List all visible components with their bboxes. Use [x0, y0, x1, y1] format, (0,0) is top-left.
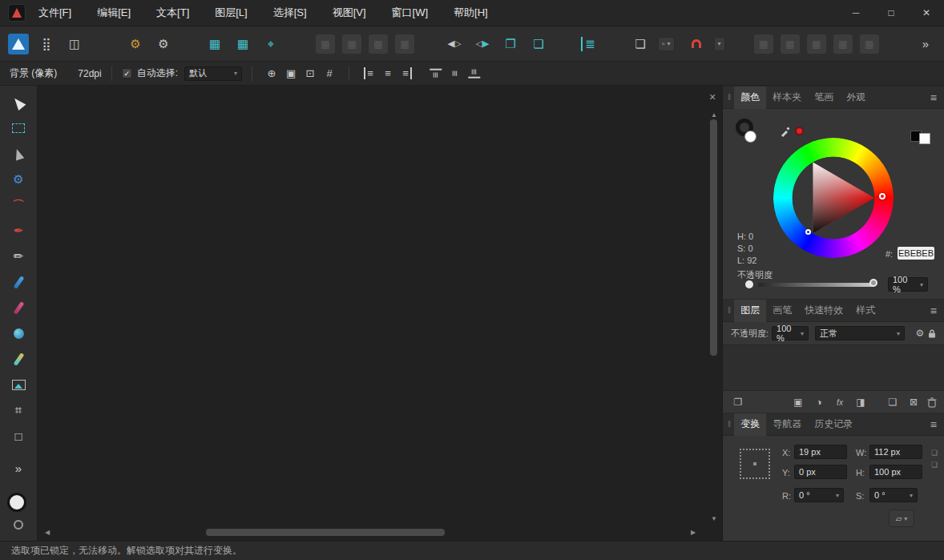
layer-effects-icon[interactable]: fx — [833, 395, 847, 409]
align-top-icon[interactable]: ≡ — [426, 64, 446, 83]
tab-color[interactable]: 颜色 — [734, 87, 766, 109]
more-tools-button[interactable]: » — [8, 457, 29, 478]
snapping-dropdown[interactable]: ▾ — [714, 37, 725, 51]
fill-color-swatch[interactable] — [7, 493, 26, 512]
flip-vertical-icon[interactable]: ◁▶ — [472, 34, 493, 54]
menu-window[interactable]: 窗口[W] — [390, 1, 430, 25]
rasterize-icon[interactable]: ⊠ — [906, 395, 921, 409]
fill-stroke-selector[interactable] — [736, 119, 766, 147]
pixel-grid-icon[interactable]: # — [320, 64, 339, 83]
toolbar-overflow-button[interactable]: » — [915, 34, 936, 54]
tab-appearance[interactable]: 外观 — [840, 87, 872, 109]
h-input[interactable]: 100 px — [869, 465, 922, 479]
mask-layer-icon[interactable]: ◨ — [853, 395, 868, 409]
picked-color-dot[interactable] — [795, 127, 804, 135]
snapping-magnet-icon[interactable] — [686, 34, 707, 54]
x-input[interactable]: 19 px — [794, 445, 847, 459]
tab-swatches[interactable]: 样本夹 — [766, 87, 808, 109]
scroll-left-button[interactable]: ◀ — [42, 527, 52, 537]
duplicate-layer-icon[interactable]: ❐ — [731, 395, 745, 409]
grid-toggle-icon[interactable]: ▦ — [204, 34, 225, 54]
adjustment-icon[interactable]: ◑ — [812, 395, 826, 409]
rotate-ccw-icon[interactable]: ❐ — [500, 34, 521, 54]
panel-menu-icon[interactable]: ≡ — [926, 418, 942, 431]
color-well[interactable] — [6, 493, 33, 530]
tab-stroke[interactable]: 笔画 — [808, 87, 840, 109]
order-icon[interactable]: ❏ — [630, 34, 651, 54]
hex-input[interactable]: EBEBEB — [898, 247, 934, 260]
transform-mode-dropdown[interactable]: ▱▾ — [889, 510, 914, 527]
white-swatch[interactable] — [919, 133, 930, 144]
snap-target-icon[interactable]: ⌖ — [260, 34, 281, 54]
new-layer-icon[interactable]: ❏ — [886, 395, 900, 409]
align-left-icon[interactable]: ≡ — [359, 64, 378, 83]
gear-icon[interactable]: ⚙ — [125, 34, 146, 54]
rotate-cw-icon[interactable]: ❏ — [528, 34, 549, 54]
designer-persona-button[interactable] — [8, 34, 29, 54]
collapsed-panel-strip[interactable]: ❏❏ — [928, 449, 941, 469]
menu-view[interactable]: 视图[V] — [331, 1, 368, 25]
move-tool[interactable] — [8, 92, 29, 113]
tab-quick-fx[interactable]: 快速特效 — [798, 300, 849, 322]
tab-navigator[interactable]: 导航器 — [766, 413, 808, 436]
menu-layer[interactable]: 图层[L] — [213, 1, 248, 25]
transform-origin-icon[interactable]: ⊕ — [262, 64, 281, 83]
alignment-icon[interactable]: ≣ — [578, 34, 599, 54]
blend-mode-dropdown[interactable]: 正常▾ — [815, 326, 905, 340]
tab-transform[interactable]: 变换 — [734, 413, 766, 436]
gear-settings-icon[interactable]: ⚙ — [153, 34, 174, 54]
pencil-tool[interactable]: ✏ — [8, 246, 29, 267]
scroll-down-button[interactable]: ▼ — [709, 514, 719, 523]
grid-options-icon[interactable]: ▦ — [232, 34, 253, 54]
fill-tool[interactable] — [8, 323, 29, 344]
close-button[interactable]: ✕ — [909, 0, 944, 26]
node-tool[interactable] — [8, 143, 29, 164]
anchor-point-selector[interactable] — [740, 449, 770, 479]
lock-icon[interactable] — [927, 328, 937, 339]
panel-grip[interactable]: ‖ — [728, 93, 731, 102]
panel-grip[interactable]: ‖ — [728, 306, 731, 315]
cycle-selection-box-icon[interactable]: ⊡ — [301, 64, 320, 83]
opacity-slider-thumb[interactable] — [869, 279, 877, 287]
fill-ball-icon[interactable] — [744, 131, 756, 143]
align-right-icon[interactable]: ≡ — [397, 64, 417, 83]
align-bottom-icon[interactable]: ≡ — [465, 64, 484, 83]
canvas[interactable]: ✕ ▲ ▼ ◀ ▶ — [38, 86, 722, 541]
panel-menu-icon[interactable]: ≡ — [926, 91, 942, 104]
place-image-tool[interactable] — [8, 374, 29, 395]
menu-select[interactable]: 选择[S] — [272, 1, 309, 25]
tab-history[interactable]: 历史记录 — [808, 413, 859, 436]
layers-opacity-dropdown[interactable]: 100 %▾ — [772, 326, 809, 340]
vertical-scrollbar[interactable] — [710, 119, 717, 356]
saturation-marker[interactable] — [805, 229, 811, 235]
tab-layers[interactable]: 图层 — [734, 300, 766, 322]
autoselect-checkbox[interactable]: ✓ — [122, 68, 132, 79]
point-transform-tool[interactable]: ⚙ — [8, 169, 29, 190]
vector-brush-tool[interactable] — [8, 272, 29, 292]
artboard-tool[interactable] — [8, 118, 29, 139]
align-center-icon[interactable]: ≡ — [378, 64, 397, 83]
panel-menu-icon[interactable]: ≡ — [926, 304, 942, 317]
stroke-color-swatch[interactable] — [14, 520, 23, 530]
pixel-persona-button[interactable]: ⣿ — [36, 34, 57, 54]
tab-styles[interactable]: 样式 — [849, 300, 881, 322]
close-view-button[interactable]: ✕ — [706, 91, 719, 103]
autoselect-dropdown[interactable]: 默认▾ — [184, 66, 242, 81]
rotation-dropdown[interactable]: 0 °▾ — [794, 488, 844, 502]
menu-help[interactable]: 帮助[H] — [452, 1, 490, 25]
opacity-slider-track[interactable] — [758, 283, 875, 287]
align-middle-icon[interactable]: ≡ — [446, 64, 465, 83]
tab-brushes[interactable]: 画笔 — [766, 300, 798, 322]
shear-dropdown[interactable]: 0 °▾ — [869, 488, 918, 502]
pen-tool[interactable]: ✒ — [8, 220, 29, 241]
show-bounds-icon[interactable]: ▣ — [281, 64, 301, 83]
w-input[interactable]: 112 px — [869, 445, 922, 459]
shape-tool[interactable]: □ — [8, 425, 29, 446]
blend-options-gear-icon[interactable]: ⚙ — [913, 326, 927, 340]
layers-list[interactable] — [723, 344, 944, 391]
menu-file[interactable]: 文件[F] — [37, 1, 73, 25]
fill-layer-icon[interactable]: ▣ — [791, 395, 805, 409]
paint-brush-tool[interactable] — [8, 297, 29, 318]
minimize-button[interactable]: ─ — [838, 0, 873, 26]
scroll-up-button[interactable]: ▲ — [709, 110, 719, 119]
